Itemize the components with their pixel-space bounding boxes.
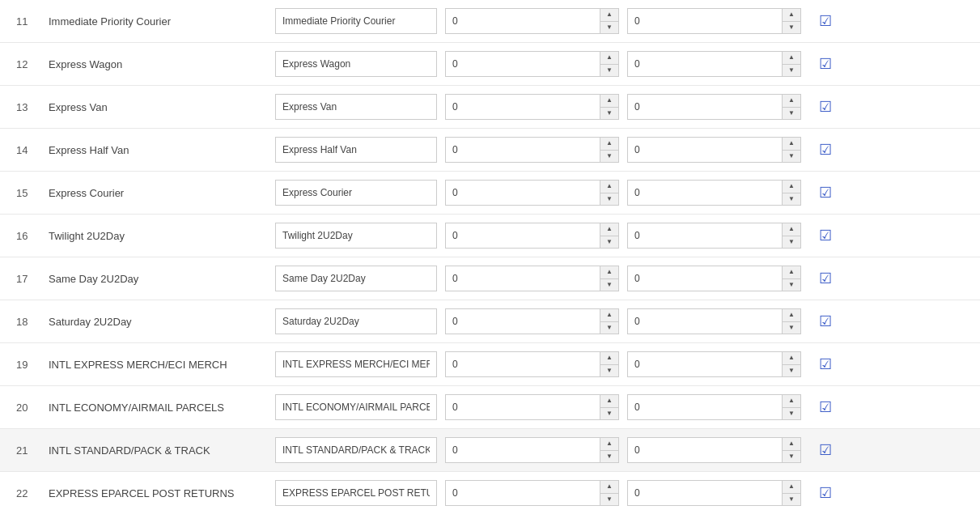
spinner2-down-button[interactable]: ▼ — [783, 193, 800, 206]
spinner1-down-button[interactable]: ▼ — [600, 236, 618, 249]
checkbox-icon[interactable]: ☑ — [819, 312, 832, 330]
spinner1-up-button[interactable]: ▲ — [600, 352, 618, 365]
spinner2-down-button[interactable]: ▼ — [783, 365, 800, 377]
service-name-input[interactable] — [275, 94, 437, 120]
service-name: Immediate Priority Courier — [49, 15, 275, 28]
spinner1-up-button[interactable]: ▲ — [600, 481, 618, 494]
checkbox-icon[interactable]: ☑ — [819, 141, 832, 159]
spinner2-down-button[interactable]: ▼ — [783, 408, 800, 420]
spinner2-up-button[interactable]: ▲ — [783, 9, 800, 22]
checkbox-icon[interactable]: ☑ — [819, 227, 832, 244]
spinner1-buttons: ▲ ▼ — [600, 223, 618, 248]
service-name-input[interactable] — [275, 394, 437, 420]
spinner2-value: 0 — [628, 481, 783, 505]
checkbox-icon[interactable]: ☑ — [819, 98, 832, 116]
checkbox-icon[interactable]: ☑ — [819, 355, 832, 373]
spinner2-up-button[interactable]: ▲ — [783, 223, 800, 236]
spinner1-wrap: 0 ▲ ▼ — [445, 223, 619, 249]
spinner2-up-button[interactable]: ▲ — [783, 438, 800, 451]
checkbox-icon[interactable]: ☑ — [819, 441, 832, 459]
service-input-wrap — [275, 480, 437, 506]
checkbox-icon[interactable]: ☑ — [819, 270, 832, 287]
spinner1-up-button[interactable]: ▲ — [600, 395, 618, 408]
spinner2-down-button[interactable]: ▼ — [783, 22, 800, 34]
spinner1-up-button[interactable]: ▲ — [600, 138, 618, 151]
service-name-input[interactable] — [275, 223, 437, 249]
table-row: 18 Saturday 2U2Day 0 ▲ ▼ 0 ▲ — [0, 300, 980, 343]
spinner2-up-button[interactable]: ▲ — [783, 138, 800, 151]
checkbox-icon[interactable]: ☑ — [819, 484, 832, 502]
spinner1-up-button[interactable]: ▲ — [600, 438, 618, 451]
spinner1-value: 0 — [446, 438, 600, 462]
checkbox-icon[interactable]: ☑ — [819, 184, 832, 202]
spinner2-up-button[interactable]: ▲ — [783, 52, 800, 65]
service-name-input[interactable] — [275, 437, 437, 463]
spinner1-down-button[interactable]: ▼ — [600, 279, 618, 291]
spinner2-up-button[interactable]: ▲ — [783, 181, 800, 193]
spinner1-value: 0 — [446, 309, 600, 334]
service-name-input[interactable] — [275, 51, 437, 77]
spinner1-up-button[interactable]: ▲ — [600, 52, 618, 65]
spinner1-down-button[interactable]: ▼ — [600, 408, 618, 420]
spinner2-down-button[interactable]: ▼ — [783, 151, 800, 163]
checkbox-icon[interactable]: ☑ — [819, 398, 832, 416]
service-name-input[interactable] — [275, 266, 437, 291]
spinner1-up-button[interactable]: ▲ — [600, 309, 618, 322]
service-name-input[interactable] — [275, 480, 437, 506]
service-name-input[interactable] — [275, 308, 437, 334]
spinner2-down-button[interactable]: ▼ — [783, 322, 800, 334]
check-cell: ☑ — [809, 355, 842, 373]
spinner1-buttons: ▲ ▼ — [600, 95, 618, 119]
service-name-input[interactable] — [275, 180, 437, 206]
spinner2-up-button[interactable]: ▲ — [783, 395, 800, 408]
spinner2-down-button[interactable]: ▼ — [783, 108, 800, 120]
spinner1-up-button[interactable]: ▲ — [600, 266, 618, 279]
spinner2-up-button[interactable]: ▲ — [783, 352, 800, 365]
spinner1-up-button[interactable]: ▲ — [600, 181, 618, 193]
spinner1-down-button[interactable]: ▼ — [600, 22, 618, 34]
spinner1-down-button[interactable]: ▼ — [600, 451, 618, 463]
spinner2-down-button[interactable]: ▼ — [783, 279, 800, 291]
spinner1-down-button[interactable]: ▼ — [600, 193, 618, 206]
spinner1-down-button[interactable]: ▼ — [600, 322, 618, 334]
spinner2-down-button[interactable]: ▼ — [783, 451, 800, 463]
spinner2-down-button[interactable]: ▼ — [783, 65, 800, 77]
spinner2-value: 0 — [628, 52, 783, 76]
service-input-wrap — [275, 308, 437, 334]
spinner2-up-button[interactable]: ▲ — [783, 266, 800, 279]
spinner2-up-button[interactable]: ▲ — [783, 95, 800, 108]
spinner2-buttons: ▲ ▼ — [783, 266, 800, 291]
check-cell: ☑ — [809, 184, 842, 202]
spinner2-value: 0 — [628, 138, 783, 162]
spinner2-up-button[interactable]: ▲ — [783, 481, 800, 494]
service-input-wrap — [275, 94, 437, 120]
row-number: 12 — [0, 58, 49, 70]
spinner1-down-button[interactable]: ▼ — [600, 494, 618, 506]
row-number: 14 — [0, 144, 49, 156]
spinner2-down-button[interactable]: ▼ — [783, 494, 800, 506]
checkbox-icon[interactable]: ☑ — [819, 55, 832, 73]
spinner1-up-button[interactable]: ▲ — [600, 223, 618, 236]
spinner1-up-button[interactable]: ▲ — [600, 9, 618, 22]
spinner2-value: 0 — [628, 352, 783, 376]
spinner1-down-button[interactable]: ▼ — [600, 108, 618, 120]
spinner1-wrap: 0 ▲ ▼ — [445, 480, 619, 506]
check-cell: ☑ — [809, 12, 842, 30]
spinner2-down-button[interactable]: ▼ — [783, 236, 800, 249]
spinner1-value: 0 — [446, 481, 600, 505]
spinner2-wrap: 0 ▲ ▼ — [627, 8, 801, 34]
spinner1-down-button[interactable]: ▼ — [600, 151, 618, 163]
check-cell: ☑ — [809, 484, 842, 502]
spinner1-down-button[interactable]: ▼ — [600, 65, 618, 77]
service-name-input[interactable] — [275, 137, 437, 163]
service-input-wrap — [275, 351, 437, 377]
service-name-input[interactable] — [275, 8, 437, 34]
spinner2-value: 0 — [628, 438, 783, 462]
spinner1-down-button[interactable]: ▼ — [600, 365, 618, 377]
spinner1-buttons: ▲ ▼ — [600, 481, 618, 505]
spinner2-up-button[interactable]: ▲ — [783, 309, 800, 322]
spinner1-up-button[interactable]: ▲ — [600, 95, 618, 108]
checkbox-icon[interactable]: ☑ — [819, 12, 832, 30]
service-name-input[interactable] — [275, 351, 437, 377]
spinner2-buttons: ▲ ▼ — [783, 438, 800, 462]
